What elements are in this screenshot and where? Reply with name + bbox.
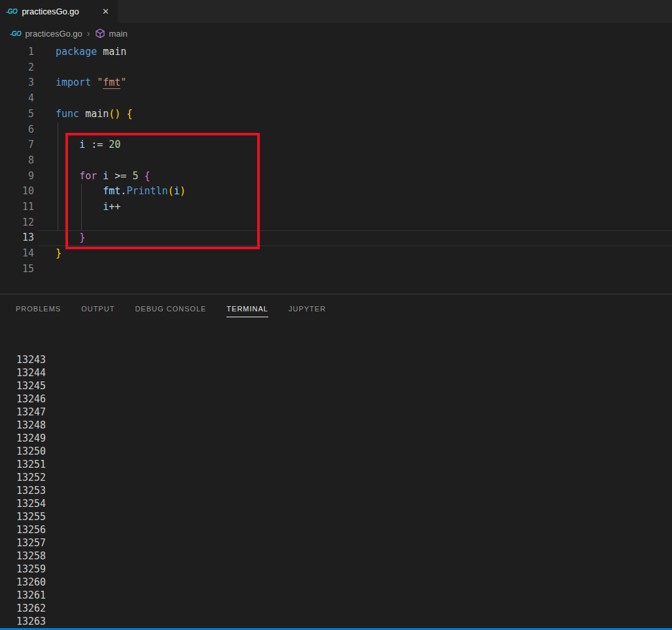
terminal-line: 13259 [16,563,672,576]
terminal-line: 13243 [16,353,672,366]
code-line: i++ [56,200,672,215]
line-number[interactable]: 7 [0,137,34,153]
line-number[interactable]: 12 [0,215,34,231]
line-number[interactable]: 2 [0,60,34,76]
code-line [56,122,672,137]
code-line: } [56,230,672,246]
panel-tab-terminal[interactable]: TERMINAL [226,301,268,318]
terminal-line: 13263 [16,615,672,628]
terminal-line: 13260 [16,576,672,589]
code-line: i := 20 [56,137,672,153]
go-file-icon: -GO [10,30,21,37]
line-number[interactable]: 14 [0,246,34,262]
breadcrumb: -GO practicesGo.go › main [0,23,672,44]
breadcrumb-file-label: practicesGo.go [25,29,82,39]
line-number[interactable]: 15 [0,262,34,277]
panel-tabs: PROBLEMSOUTPUTDEBUG CONSOLETERMINALJUPYT… [0,294,672,324]
line-number[interactable]: 11 [0,200,34,215]
terminal-line: 13252 [16,471,672,484]
code-line [56,153,672,169]
code-line [56,262,672,277]
code-line [56,91,672,107]
code-line: package main [56,44,672,60]
line-number[interactable]: 6 [0,122,34,138]
panel-tab-jupyter[interactable]: JUPYTER [289,301,326,318]
terminal-line: 13262 [16,602,672,615]
line-number[interactable]: 1 [0,44,34,60]
terminal-line: 13254 [16,497,672,510]
terminal-line: 13258 [16,550,672,563]
terminal-line: 13244 [16,366,672,379]
line-number[interactable]: 3 [0,75,34,91]
editor-tab-practicesGo[interactable]: -GO practicesGo.go ✕ [0,0,118,23]
code-line [56,60,672,76]
terminal-line: 13256 [16,523,672,536]
terminal-line: 13250 [16,445,672,458]
terminal-lines: 1324313244132451324613247132481324913250… [16,353,672,630]
terminal-line: 13247 [16,406,672,419]
terminal-line: 13248 [16,419,672,432]
terminal-line: 13246 [16,393,672,406]
terminal-line: 13261 [16,589,672,602]
line-number[interactable]: 13 [0,230,34,246]
code-line: for i >= 5 { [56,169,672,184]
line-number[interactable]: 8 [0,153,34,169]
line-number[interactable]: 10 [0,184,34,200]
terminal-line: 13245 [16,379,672,393]
namespace-cube-icon [95,28,105,39]
terminal-line: 13249 [16,432,672,445]
code-line [56,215,672,231]
terminal-line: 13255 [16,510,672,523]
tab-title: practicesGo.go [22,7,79,16]
code-lines: package mainimport "fmt"func main() { i … [56,44,672,277]
line-number[interactable]: 4 [0,91,34,107]
chevron-right-icon: › [87,28,90,39]
terminal-line: 13253 [16,484,672,497]
code-line: import "fmt" [56,75,672,91]
terminal-output[interactable]: 1324313244132451324613247132481324913250… [0,324,672,628]
terminal-line: 13257 [16,536,672,550]
go-file-icon: -GO [6,8,17,15]
panel-tab-output[interactable]: OUTPUT [81,301,115,318]
panel-tab-problems[interactable]: PROBLEMS [16,301,61,318]
breadcrumb-file[interactable]: -GO practicesGo.go [10,29,82,39]
line-number-gutter[interactable]: 123456789101112131415 [0,44,34,277]
line-number[interactable]: 9 [0,169,34,184]
terminal-line: 13251 [16,458,672,471]
line-number[interactable]: 5 [0,107,34,122]
close-icon[interactable]: ✕ [100,6,111,17]
code-line: func main() { [56,107,672,122]
tab-bar: -GO practicesGo.go ✕ [0,0,672,23]
breadcrumb-symbol-label: main [109,29,128,39]
panel-tab-debug-console[interactable]: DEBUG CONSOLE [135,301,206,318]
code-editor[interactable]: 123456789101112131415 package mainimport… [0,44,672,294]
code-line: fmt.Println(i) [56,184,672,200]
code-line: } [56,246,672,262]
breadcrumb-symbol[interactable]: main [95,28,128,39]
